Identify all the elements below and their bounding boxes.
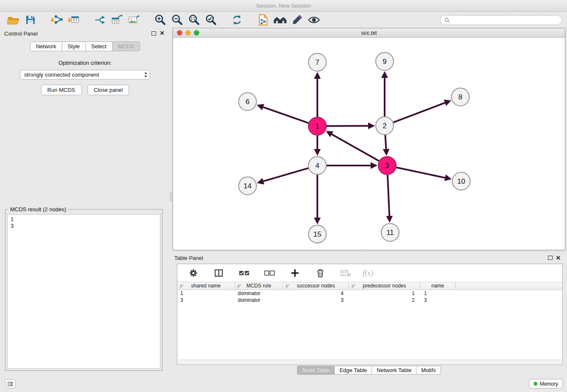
new-table-button[interactable] [108,13,125,27]
close-panel-button[interactable]: Close panel [88,85,129,95]
overview-button[interactable] [272,13,289,27]
tab-motifs[interactable]: Motifs [416,366,441,375]
table-cell: 3 [177,297,235,304]
result-item[interactable]: 1 [11,216,157,223]
float-panel-icon[interactable] [151,31,156,36]
new-network-button[interactable] [91,13,108,27]
zoom-fit-button[interactable] [185,13,202,27]
table-cell: 1 [177,290,235,297]
style-brush-button[interactable] [289,13,306,27]
delete-column-button[interactable] [312,266,329,280]
table-cell: 3 [420,297,456,304]
deselect-all-button[interactable] [261,266,278,280]
column-header-shared-name[interactable]: shared name [177,282,235,290]
panel-splitter-grip-vertical[interactable] [170,191,172,202]
refresh-icon [231,14,243,26]
result-item[interactable]: 3 [11,223,157,229]
graph-edge[interactable] [388,175,389,217]
zoom-selected-button[interactable] [202,13,219,27]
save-session-button[interactable] [22,13,39,27]
graph-node-label: 14 [244,182,252,190]
refresh-button[interactable] [228,13,245,27]
table-toolbar: f(x) [177,264,562,282]
export-image-button[interactable] [125,13,142,27]
open-session-button[interactable] [5,13,22,27]
graph-edge[interactable] [262,107,308,123]
tab-style[interactable]: Style [62,41,86,51]
graph-node-label: 10 [457,177,465,185]
column-header-name[interactable]: name [420,282,456,290]
close-window-button[interactable]: × [177,30,182,36]
control-panel-title: Control Panel [4,30,38,37]
memory-status-dot [534,382,537,386]
graph-node-label: 8 [458,93,462,101]
column-header-successor-nodes[interactable]: successor nodes [283,282,349,290]
tab-mcds[interactable]: MCDS [112,41,140,51]
panel-splitter-grip-horizontal[interactable] [362,249,369,251]
search-box[interactable] [440,15,562,25]
network-view-window: × − + scc.txt 7968124314101511 [173,28,565,250]
run-mcds-button[interactable]: Run MCDS [41,85,82,95]
tab-network-table[interactable]: Network Table [372,366,416,375]
network-canvas[interactable]: 7968124314101511 [173,38,565,250]
tab-edge-table[interactable]: Edge Table [334,366,372,375]
tasks-history-button[interactable] [5,379,16,388]
floppy-icon [25,14,36,25]
zoom-out-button[interactable] [168,13,185,27]
optimization-criterion-label: Optimization criterion: [0,60,170,66]
search-input[interactable] [452,17,558,23]
table-cell: 2 [349,297,420,304]
zoom-in-button[interactable] [151,13,168,27]
zoom-window-button[interactable]: + [194,30,199,36]
select-all-icon [239,269,250,277]
close-panel-icon[interactable]: ✕ [160,30,165,36]
graph-edge[interactable] [394,102,446,122]
graph-edge-arrowhead [386,216,393,223]
mcds-result-list[interactable]: 13 [7,214,160,369]
node-table-header-row: shared name MCDS role successor nodes pr… [177,282,562,290]
graph-node-label: 6 [245,98,249,106]
table-row[interactable]: 3dominator323 [177,297,562,304]
graph-edge[interactable] [327,126,369,126]
node-table-body[interactable]: 1dominator4113dominator323 [177,290,562,359]
application-window: Session: New Session [0,0,567,392]
horizontal-scrollbar[interactable] [178,359,562,364]
status-bar: Memory [0,375,567,392]
column-header-label: MCDS role [246,283,271,289]
memory-button[interactable]: Memory [529,379,563,389]
folder-open-icon [7,15,20,25]
graph-edge[interactable] [396,168,446,178]
import-network-button[interactable] [48,13,65,27]
close-table-panel-icon[interactable]: ✕ [556,254,561,261]
table-cell: dominator [235,290,283,297]
zoom-out-icon [171,14,183,26]
tab-network[interactable]: Network [30,41,62,51]
column-header-label: name [431,283,444,289]
graph-edge-arrowhead [371,162,377,169]
network-window-titlebar[interactable]: × − + scc.txt [173,28,565,38]
graph-edge-arrowhead [314,149,321,156]
import-network-icon [50,14,63,25]
column-header-mcds-role[interactable]: MCDS role [235,282,283,290]
select-all-button[interactable] [236,266,253,280]
optimization-criterion-dropdown[interactable]: strongly connected component [20,70,150,80]
graph-edge-arrowhead [444,174,451,181]
tab-node-table[interactable]: Node Table [297,366,335,375]
import-table-button[interactable] [65,13,82,27]
tab-select[interactable]: Select [85,41,113,51]
zoom-in-icon [154,14,166,26]
minimize-window-button[interactable]: − [185,30,191,36]
toggle-visibility-button[interactable] [306,13,322,27]
table-panel-header: Table Panel ✕ [173,253,565,263]
table-settings-button[interactable] [185,266,202,280]
graph-edge[interactable] [331,134,379,161]
column-header-predecessor-nodes[interactable]: predecessor nodes [349,282,420,290]
table-row[interactable]: 1dominator411 [177,290,562,297]
add-column-button[interactable] [286,266,303,280]
float-table-panel-icon[interactable] [548,256,553,260]
column-layout-button[interactable] [210,266,227,280]
graph-edge[interactable] [263,168,308,182]
graph-edge-arrowhead [257,178,264,184]
open-document-button[interactable] [255,13,272,27]
graph-edge[interactable] [385,135,386,150]
